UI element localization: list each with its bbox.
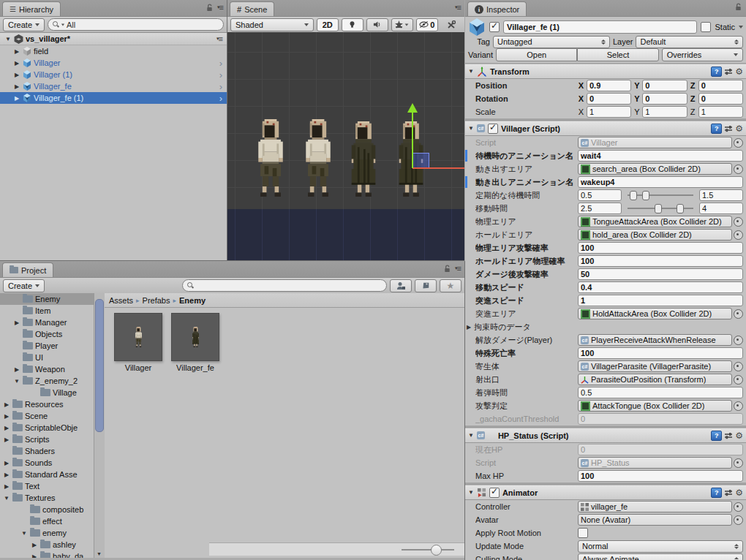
asset-thumbnail[interactable] [171, 313, 219, 361]
y-value-field[interactable]: 1 [642, 106, 687, 118]
component-enabled-checkbox[interactable] [489, 488, 500, 498]
breadcrumb-leaf[interactable]: Enemy [179, 296, 206, 305]
transform-component-header[interactable]: ▼ Transform ? ⚙ [465, 64, 746, 79]
foldout-open-icon[interactable]: ▼ [468, 125, 474, 132]
script-property-row[interactable]: 現在HP 0 [465, 443, 746, 456]
scene-menu-icon[interactable]: ▾≡ [216, 34, 222, 43]
panel-menu-icon[interactable]: ▾≡ [217, 3, 223, 12]
scene-asset-row[interactable]: ▼ vs_villager* ▾≡ [0, 33, 227, 45]
foldout-closed-icon[interactable]: ▶ [31, 542, 38, 548]
object-picker-icon[interactable] [734, 336, 743, 345]
folder-row[interactable]: ▶ ScriptableObje [0, 422, 94, 434]
foldout-closed-icon[interactable]: ▶ [13, 72, 20, 78]
prefab-chevron-icon[interactable]: › [219, 58, 222, 68]
asset-item[interactable]: Villager [110, 313, 166, 372]
folder-row[interactable]: Item [0, 305, 94, 317]
foldout-closed-icon[interactable]: ▶ [13, 83, 20, 90]
folder-row[interactable]: ▶ Scripts [0, 434, 94, 445]
object-picker-icon[interactable] [734, 138, 743, 148]
preset-icon[interactable] [724, 124, 733, 133]
script-property-row[interactable]: ▶ 拘束時のデータ [465, 320, 746, 333]
preset-icon[interactable] [724, 67, 733, 76]
slider-min-handle[interactable] [630, 191, 637, 200]
project-create-button[interactable]: Create [3, 279, 45, 292]
tab-project[interactable]: Project [2, 262, 53, 277]
hidden-objects-button[interactable]: 0 [416, 18, 438, 31]
search-by-label-button[interactable] [415, 279, 437, 292]
object-reference-field[interactable]: search_area (Box Collider 2D) [578, 163, 732, 175]
property-value-field[interactable]: wakeup4 [578, 176, 743, 188]
minmax-slider-track[interactable] [628, 194, 693, 196]
script-property-row[interactable]: 定期的な待機時間 0.5 1.5 [465, 189, 746, 202]
x-value-field[interactable]: 0.9 [587, 80, 631, 91]
object-reference-field[interactable]: c# HP_Status [578, 457, 732, 469]
property-value-field[interactable]: 100 [578, 347, 743, 359]
folder-row[interactable]: Village [0, 387, 94, 398]
foldout-closed-icon[interactable]: ▶ [3, 425, 10, 431]
gizmo-x-axis[interactable] [412, 167, 464, 169]
object-picker-icon[interactable] [734, 515, 743, 525]
script-property-row[interactable]: 待機時のアニメーション名 wait4 [465, 149, 746, 162]
property-value-field[interactable]: wait4 [578, 150, 743, 162]
preset-icon[interactable] [724, 431, 733, 440]
folder-row[interactable]: ▼ Z_enemy_2 [0, 375, 94, 387]
foldout-closed-icon[interactable]: ▶ [3, 460, 10, 466]
object-reference-field[interactable]: HoldAttackArea (Box Collider 2D) [578, 308, 732, 319]
hierarchy-item[interactable]: ▶ Villager › [0, 57, 227, 69]
max-value-field[interactable]: 1.5 [699, 189, 743, 201]
folder-row[interactable]: Player [0, 340, 94, 352]
script-property-row[interactable]: Max HP 100 [465, 469, 746, 483]
active-checkbox[interactable] [489, 22, 500, 32]
foldout-closed-icon[interactable]: ▶ [3, 401, 10, 408]
script-property-row[interactable]: ダメージ後攻撃確率 50 [465, 268, 746, 281]
script-property-row[interactable]: 解放ダメージ(Player) c# PlayerReceiveAttackWhe… [465, 333, 746, 347]
foldout-closed-icon[interactable]: ▶ [13, 48, 20, 55]
help-icon[interactable]: ? [711, 431, 722, 441]
foldout-closed-icon[interactable]: ▶ [3, 413, 10, 420]
object-picker-icon[interactable] [734, 164, 743, 174]
hierarchy-item[interactable]: ▶ Villager_fe › [0, 80, 227, 92]
prefab-chevron-icon[interactable]: › [219, 82, 222, 91]
lock-icon[interactable] [734, 3, 742, 11]
asset-thumbnail[interactable] [114, 313, 162, 361]
gizmo-y-arrowhead[interactable] [407, 103, 418, 113]
help-icon[interactable]: ? [711, 124, 722, 134]
folder-row[interactable]: ▼ Textures [0, 492, 94, 504]
foldout-closed-icon[interactable]: ▶ [3, 483, 10, 490]
property-value-field[interactable]: 100 [578, 470, 743, 482]
script-property-row[interactable]: 着弾時間 0.5 [465, 386, 746, 399]
object-reference-field[interactable]: TongueAttackArea (Box Collider 2D) [578, 216, 732, 227]
preset-icon[interactable] [724, 488, 733, 497]
layer-dropdown[interactable]: Default [636, 36, 743, 48]
static-checkbox[interactable] [701, 22, 711, 32]
object-reference-field[interactable]: AttackTongue (Box Collider 2D) [578, 400, 732, 412]
script-property-row[interactable]: 動き出しアニメーション名 wakeup4 [465, 175, 746, 189]
prefab-chevron-icon[interactable]: › [219, 94, 222, 103]
property-value-field[interactable]: 0 [578, 413, 743, 425]
gear-icon[interactable]: ⚙ [735, 488, 743, 497]
min-value-field[interactable]: 2.5 [578, 203, 622, 214]
tag-dropdown[interactable]: Untagged [493, 36, 610, 48]
script-property-row[interactable]: 突進スピード 1 [465, 294, 746, 307]
object-picker-icon[interactable] [734, 375, 743, 385]
villager-sprite-1[interactable] [251, 119, 290, 197]
foldout-closed-icon[interactable]: ▶ [13, 366, 20, 373]
script-property-row[interactable]: 特殊死亡率 100 [465, 347, 746, 360]
folder-row[interactable]: effect [0, 515, 94, 527]
object-picker-icon[interactable] [734, 401, 743, 411]
property-value-field[interactable]: 100 [578, 255, 743, 267]
shading-mode-dropdown[interactable]: Shaded [230, 18, 314, 31]
y-value-field[interactable]: 0 [642, 80, 687, 91]
scrollbar-thumb[interactable] [95, 299, 104, 432]
object-picker-icon[interactable] [734, 217, 743, 227]
folder-row[interactable]: compositeb [0, 504, 94, 515]
component-enabled-checkbox[interactable] [488, 124, 498, 134]
z-value-field[interactable]: 0 [698, 93, 743, 105]
folder-row[interactable]: ▼ enemy [0, 527, 94, 539]
tab-scene[interactable]: # Scene [230, 1, 274, 16]
folder-row[interactable]: ▶ Scene [0, 410, 94, 422]
asset-item[interactable]: Villager_fe [167, 313, 223, 372]
script-property-row[interactable]: 移動スピード 0.4 [465, 281, 746, 294]
property-value-field[interactable]: 0.5 [578, 387, 743, 398]
help-icon[interactable]: ? [711, 67, 722, 77]
